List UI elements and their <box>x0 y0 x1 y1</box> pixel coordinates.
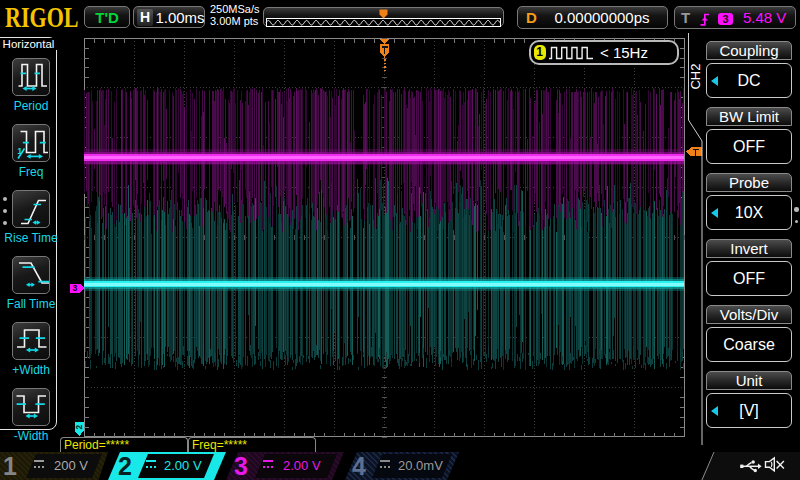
svg-text:2: 2 <box>74 424 84 429</box>
svg-text:3: 3 <box>72 283 77 293</box>
